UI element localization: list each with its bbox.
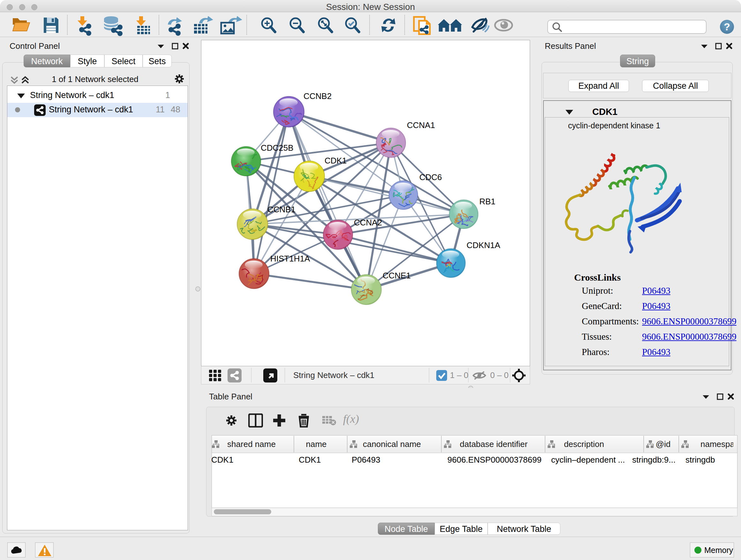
svg-text:database identifier: database identifier <box>460 439 528 449</box>
svg-text:CCNB1: CCNB1 <box>267 205 295 214</box>
svg-text:@id: @id <box>656 439 671 449</box>
svg-text:namespac: namespac <box>700 439 733 449</box>
svg-text:P06493: P06493 <box>352 455 381 464</box>
svg-text:stringdb: stringdb <box>685 455 715 464</box>
svg-text:shared name: shared name <box>227 439 276 449</box>
svg-text:CDKN1A: CDKN1A <box>467 240 500 250</box>
svg-text:stringdb:9...: stringdb:9... <box>632 455 676 464</box>
svg-text:CDK1: CDK1 <box>325 156 347 165</box>
svg-text:cyclin–dependent ...: cyclin–dependent ... <box>551 455 625 464</box>
svg-text:CCNE1: CCNE1 <box>383 271 411 280</box>
svg-text:9606.ENSP00000378699: 9606.ENSP00000378699 <box>448 455 542 464</box>
svg-text:CDK1: CDK1 <box>211 455 233 464</box>
svg-text:CCNA1: CCNA1 <box>407 120 435 130</box>
svg-text:CCNB2: CCNB2 <box>304 91 332 101</box>
svg-text:HIST1H1A: HIST1H1A <box>270 254 310 263</box>
svg-text:description: description <box>564 439 604 449</box>
svg-text:CCNA2: CCNA2 <box>354 218 382 227</box>
svg-text:CDC6: CDC6 <box>419 172 442 182</box>
svg-text:CDK1: CDK1 <box>299 455 321 464</box>
svg-text:CDC25B: CDC25B <box>261 143 293 152</box>
svg-text:name: name <box>306 439 327 449</box>
svg-text:canonical name: canonical name <box>363 439 421 449</box>
svg-text:RB1: RB1 <box>479 197 495 206</box>
